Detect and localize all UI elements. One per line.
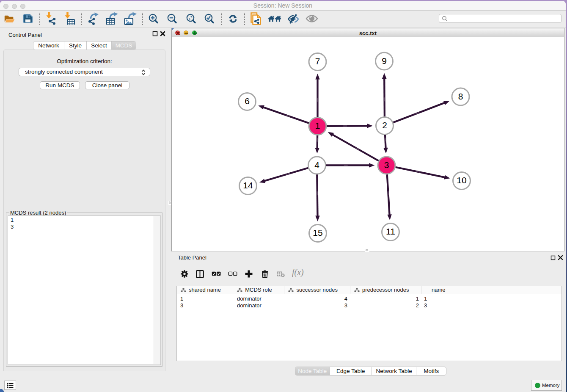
svg-text:7: 7: [315, 56, 320, 66]
svg-text:8: 8: [458, 91, 463, 101]
svg-text:9: 9: [382, 56, 387, 66]
svg-text:6: 6: [245, 96, 250, 106]
svg-text:14: 14: [243, 180, 253, 190]
svg-text:11: 11: [386, 226, 395, 236]
svg-text:3: 3: [384, 160, 389, 170]
svg-text:2: 2: [382, 120, 387, 130]
svg-text:10: 10: [457, 175, 466, 185]
svg-text:4: 4: [314, 160, 319, 170]
svg-text:15: 15: [313, 228, 322, 237]
svg-text:1: 1: [315, 121, 320, 130]
